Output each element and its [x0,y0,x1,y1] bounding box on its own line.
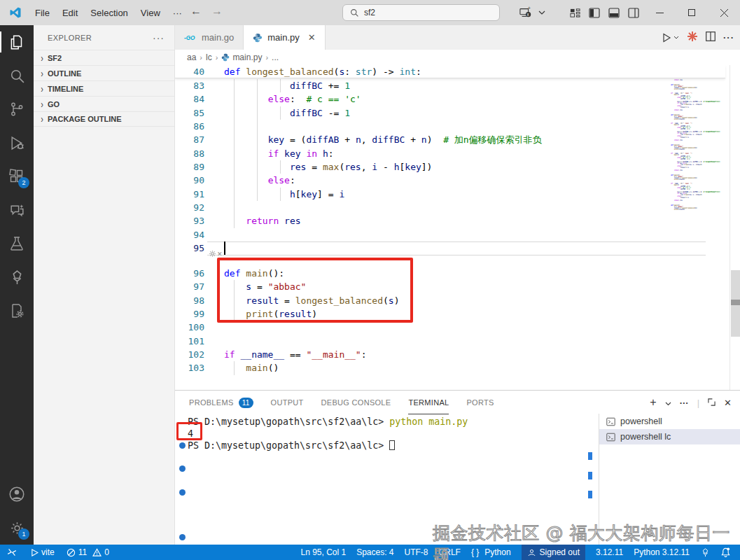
panel-more-icon[interactable]: ··· [680,398,689,408]
python-file-icon [253,33,263,43]
terminal-command: python main.py [389,416,468,427]
svg-text:+: + [528,6,531,11]
tab-main-go[interactable]: -GO main.go [175,25,244,50]
activity-source-control[interactable] [0,92,34,126]
breadcrumb: aa› lc› main.py› ... [175,50,740,65]
terminal-cursor [389,440,395,450]
toggle-secondary-sidebar-icon[interactable] [624,0,643,25]
breadcrumb-item[interactable]: aa [187,52,196,62]
svg-text:-GO: -GO [184,35,195,41]
tab-main-py[interactable]: main.py ✕ [244,25,325,50]
activity-search[interactable] [0,59,34,92]
nav-back-icon[interactable]: ← [190,5,202,18]
code-line: 100 [175,321,725,334]
activity-explorer[interactable] [0,25,34,59]
activity-account[interactable] [0,477,34,511]
vscode-window: File Edit Selection View ··· ← → sf2 +x [0,0,740,560]
status-encoding[interactable]: UTF-8 [405,547,428,557]
editor-group: -GO main.go main.py ✕ ··· aa› lc› main.p… [175,25,740,390]
menu-edit[interactable]: Edit [56,5,84,21]
sidebar-section-timeline[interactable]: ›TIMELINE [34,80,174,96]
activity-knot-extension[interactable] [0,260,34,294]
sidebar-more-icon[interactable]: ··· [153,32,165,43]
command-decoration-dot[interactable] [179,465,186,472]
sidebar-section-package-outline[interactable]: ›PACKAGE OUTLINE [34,111,174,127]
terminal-icon [606,417,615,426]
toggle-sidebar-icon[interactable] [585,0,604,25]
sidebar-section-go[interactable]: ›GO [34,96,174,111]
minimap[interactable]: diffBC += 1 else: # c == 'c' diffBC -= 1… [671,65,724,390]
activity-file-gear-extension[interactable] [0,294,34,328]
split-editor-icon[interactable] [706,31,715,43]
search-icon [8,67,26,85]
search-icon [350,8,359,18]
code-line: 87 key = (diffAB + n, diffBC + n) # 加n偏移… [175,133,725,146]
editor-more-icon[interactable]: ··· [723,32,734,43]
terminal-output[interactable]: PS D:\mysetup\gopath\src\sf2\aa\lc> pyth… [188,416,468,451]
menu-selection[interactable]: Selection [84,5,134,21]
watermark: 掘金技术社区 @ 福大大架构师每日一题 [433,522,740,560]
starburst-extension-icon[interactable] [687,31,698,44]
sidebar-section-outline[interactable]: ›OUTLINE [34,65,174,80]
activity-settings[interactable]: 1 [0,511,34,545]
command-search-box[interactable]: sf2 [342,4,500,21]
activity-chat[interactable] [0,193,34,227]
screencast-chevron-icon[interactable] [536,0,548,25]
activity-testing[interactable] [0,227,34,260]
command-decoration-dot[interactable] [179,489,186,496]
activity-run-debug[interactable] [0,126,34,160]
panel-tab-ports[interactable]: PORTS [466,391,494,414]
terminal-dropdown-icon[interactable] [665,398,671,408]
tab-close-icon[interactable]: ✕ [308,32,316,43]
remote-indicator[interactable] [7,547,17,557]
menu-file[interactable]: File [29,5,56,21]
sidebar-section-sf2[interactable]: ›SF2 [34,50,174,65]
sticky-scroll-line[interactable]: 40def longest_balanced(s: str) -> int: [175,65,725,78]
play-icon [31,549,39,556]
menu-more[interactable]: ··· [167,5,188,21]
panel-tab-debug-console[interactable]: DEBUG CONSOLE [321,391,391,414]
beaker-icon [8,235,25,252]
toggle-panel-icon[interactable] [604,0,624,25]
scrollbar-mark [588,452,592,460]
title-bar: File Edit Selection View ··· ← → sf2 +x [0,0,740,25]
annotation-box-code [217,258,413,323]
tab-label: main.py [267,32,300,43]
window-maximize-button[interactable] [676,0,708,25]
warning-icon [92,548,102,557]
code-line: 86 [175,120,725,133]
status-problems[interactable]: 11 0 [67,547,109,557]
screencast-icon[interactable]: +x [516,0,536,25]
panel-tab-problems[interactable]: PROBLEMS11 [189,391,253,414]
menu-view[interactable]: View [134,5,167,21]
code-line: 91 h[key] = i [175,188,725,201]
breadcrumb-item[interactable]: ... [272,52,279,62]
new-terminal-icon[interactable]: + [650,396,656,409]
activity-extensions[interactable]: 2 [0,160,34,193]
panel-tab-output[interactable]: OUTPUT [271,391,304,414]
panel-tab-terminal[interactable]: TERMINAL [408,391,449,414]
status-vite[interactable]: vite [31,547,55,557]
status-spaces[interactable]: Spaces: 4 [356,547,393,557]
breadcrumb-item[interactable]: main.py [232,52,262,62]
tab-strip: -GO main.go main.py ✕ [175,25,740,50]
command-decoration-dot[interactable] [179,442,186,449]
window-close-button[interactable] [708,0,740,25]
window-minimize-button[interactable] [643,0,676,25]
terminal-list-item[interactable]: powershell [599,414,740,429]
nav-forward-icon[interactable]: → [211,5,223,18]
code-editor[interactable]: 83 diffBC += 184 else: # c == 'c'85 diff… [175,65,740,390]
terminal-list-item-selected[interactable]: powershell lc [599,429,740,444]
files-icon [8,33,26,51]
sidebar-title: EXPLORER [48,34,92,42]
customize-layout-icon[interactable] [565,0,585,25]
chat-icon [8,202,26,219]
breadcrumb-item[interactable]: lc [206,52,212,62]
maximize-panel-icon[interactable] [708,398,715,408]
problems-badge: 11 [239,398,253,408]
editor-scrollbar[interactable] [729,65,740,390]
status-line-col[interactable]: Ln 95, Col 1 [300,547,346,557]
command-decoration-dot[interactable] [179,534,186,540]
close-panel-icon[interactable]: ✕ [724,398,732,408]
run-python-button[interactable] [662,33,679,43]
